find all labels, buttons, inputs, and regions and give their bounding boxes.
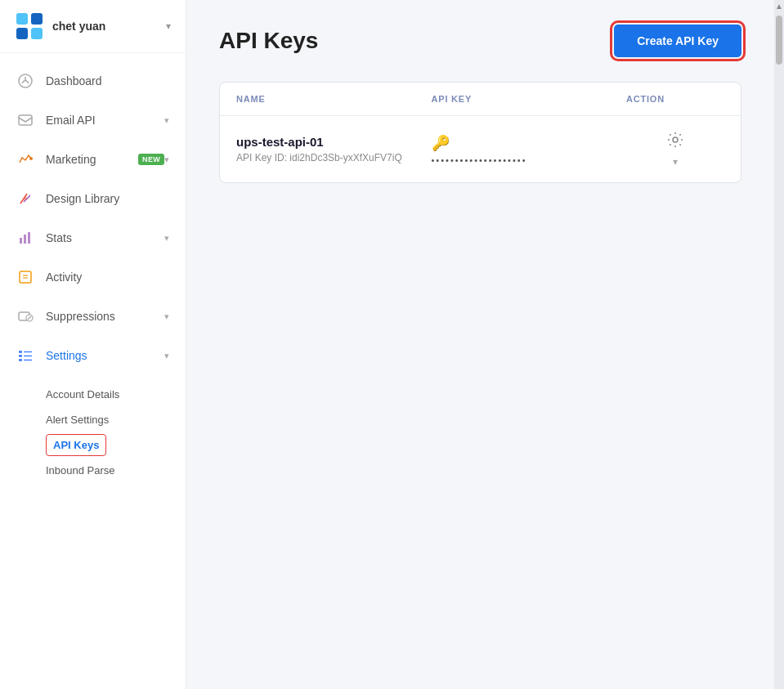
suppressions-chevron-icon: ▾ bbox=[164, 311, 169, 322]
scroll-up-arrow[interactable]: ▲ bbox=[774, 0, 784, 12]
sidebar-item-marketing[interactable]: Marketing NEW ▾ bbox=[0, 140, 186, 179]
page-title: API Keys bbox=[219, 28, 318, 54]
col-action-header: ACTION bbox=[626, 94, 724, 104]
api-key-cell: 🔑 •••••••••••••••••••• bbox=[432, 134, 627, 165]
dashboard-icon bbox=[16, 72, 34, 90]
username: chet yuan bbox=[52, 20, 166, 33]
marketing-chevron-icon: ▾ bbox=[164, 154, 169, 165]
page-header: API Keys Create API Key bbox=[219, 25, 741, 57]
sidebar-item-label-design-library: Design Library bbox=[46, 192, 169, 205]
settings-icon bbox=[16, 347, 34, 365]
table-row: ups-test-api-01 API Key ID: idi2hDc3Sb-y… bbox=[220, 116, 741, 182]
user-chevron-icon: ▾ bbox=[166, 20, 171, 32]
sidebar-item-label-settings: Settings bbox=[46, 349, 164, 362]
api-name-cell: ups-test-api-01 API Key ID: idi2hDc3Sb-y… bbox=[236, 135, 432, 163]
svg-rect-7 bbox=[19, 115, 32, 125]
action-cell: ▾ bbox=[626, 131, 724, 168]
submenu-alert-settings[interactable]: Alert Settings bbox=[46, 407, 186, 432]
svg-rect-14 bbox=[28, 232, 30, 244]
sidebar-item-label-stats: Stats bbox=[46, 231, 164, 244]
gear-icon[interactable] bbox=[666, 131, 684, 153]
marketing-badge: NEW bbox=[138, 154, 164, 165]
design-library-icon bbox=[16, 190, 34, 208]
svg-rect-3 bbox=[16, 28, 28, 39]
svg-point-11 bbox=[24, 197, 27, 200]
marketing-icon bbox=[16, 150, 34, 168]
user-menu[interactable]: chet yuan ▾ bbox=[0, 0, 186, 53]
svg-rect-22 bbox=[19, 355, 22, 357]
sidebar-item-label-marketing: Marketing bbox=[46, 153, 133, 166]
sidebar: chet yuan ▾ Dashboard Email API bbox=[0, 0, 186, 689]
email-api-chevron-icon: ▾ bbox=[164, 115, 169, 126]
sidebar-item-label-dashboard: Dashboard bbox=[46, 74, 169, 87]
create-api-key-button[interactable]: Create API Key bbox=[614, 25, 741, 57]
sidebar-item-suppressions[interactable]: Suppressions ▾ bbox=[0, 297, 186, 336]
svg-rect-1 bbox=[16, 13, 28, 25]
sidebar-item-design-library[interactable]: Design Library bbox=[0, 179, 186, 218]
svg-rect-13 bbox=[24, 235, 26, 244]
svg-point-27 bbox=[673, 137, 678, 142]
stats-chevron-icon: ▾ bbox=[164, 233, 169, 244]
key-icon: 🔑 bbox=[432, 134, 450, 152]
table-header: NAME API KEY ACTION bbox=[220, 83, 741, 116]
activity-icon bbox=[16, 268, 34, 286]
stats-icon bbox=[16, 229, 34, 247]
api-entry-name: ups-test-api-01 bbox=[236, 135, 432, 149]
svg-rect-4 bbox=[31, 28, 43, 39]
sidebar-item-label-suppressions: Suppressions bbox=[46, 310, 164, 323]
main-inner: API Keys Create API Key NAME API KEY ACT… bbox=[186, 0, 774, 689]
sidebar-item-label-email-api: Email API bbox=[46, 114, 164, 127]
submenu-api-keys[interactable]: API Keys bbox=[46, 434, 106, 456]
svg-rect-21 bbox=[19, 351, 22, 353]
col-apikey-header: API KEY bbox=[432, 94, 627, 104]
col-name-header: NAME bbox=[236, 94, 432, 104]
sidebar-item-stats[interactable]: Stats ▾ bbox=[0, 218, 186, 257]
suppressions-icon bbox=[16, 307, 34, 325]
sidebar-item-dashboard[interactable]: Dashboard bbox=[0, 61, 186, 101]
app-logo bbox=[15, 11, 44, 41]
submenu-account-details[interactable]: Account Details bbox=[46, 382, 186, 407]
svg-rect-12 bbox=[20, 238, 22, 244]
settings-chevron-icon: ▾ bbox=[164, 351, 169, 361]
sidebar-item-settings[interactable]: Settings ▾ bbox=[0, 336, 186, 375]
svg-rect-15 bbox=[20, 271, 31, 283]
main-content: API Keys Create API Key NAME API KEY ACT… bbox=[186, 0, 774, 689]
sidebar-item-activity[interactable]: Activity bbox=[0, 257, 186, 297]
action-chevron-icon[interactable]: ▾ bbox=[673, 156, 678, 168]
scrollbar[interactable]: ▲ bbox=[774, 0, 784, 689]
settings-submenu: Account Details Alert Settings API Keys … bbox=[0, 375, 186, 490]
svg-point-8 bbox=[29, 157, 33, 160]
scroll-thumb[interactable] bbox=[776, 16, 782, 65]
key-icon-row: 🔑 bbox=[432, 134, 627, 152]
sidebar-item-email-api[interactable]: Email API ▾ bbox=[0, 101, 186, 140]
nav-menu: Dashboard Email API ▾ Marketing NEW bbox=[0, 53, 186, 689]
email-api-icon bbox=[16, 111, 34, 129]
sidebar-item-label-activity: Activity bbox=[46, 271, 169, 284]
api-keys-table: NAME API KEY ACTION ups-test-api-01 API … bbox=[219, 82, 741, 183]
submenu-inbound-parse[interactable]: Inbound Parse bbox=[46, 458, 186, 483]
api-key-dots: •••••••••••••••••••• bbox=[432, 155, 627, 165]
svg-rect-23 bbox=[19, 359, 22, 361]
svg-rect-2 bbox=[31, 13, 43, 25]
api-entry-key-id: API Key ID: idi2hDc3Sb-yxXfXuFV7iQ bbox=[236, 152, 432, 163]
